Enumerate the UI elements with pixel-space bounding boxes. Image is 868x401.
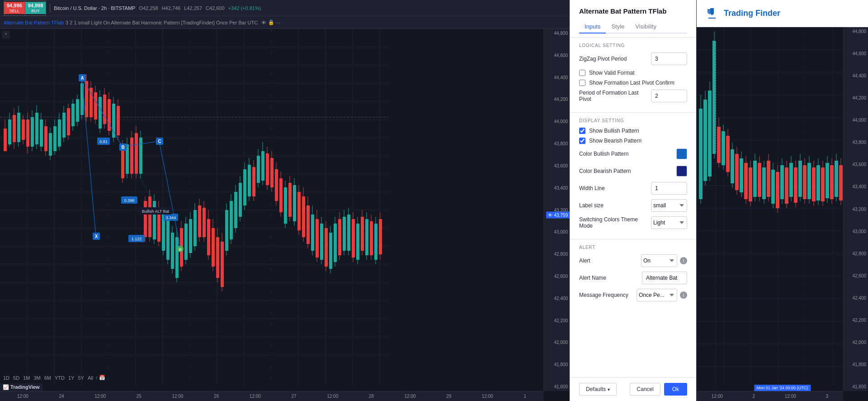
tf-1y[interactable]: 1Y [67,375,75,381]
right-price-tick: 43,600 [844,162,868,167]
tf-1d[interactable]: 1D [2,375,11,381]
price-tick: 43,600 [544,163,570,168]
tf-all[interactable]: All [86,375,94,381]
right-price-tick: 44,800 [844,29,868,34]
logical-section-label: LOGICAL SETTING [579,43,687,48]
show-bearish-label: Show Bearish Pattern [589,138,642,144]
tab-visibility[interactable]: Visibility [630,20,662,33]
period-input[interactable] [651,90,687,102]
tv-logo: 📈 TradingView [3,384,40,390]
show-bullish-checkbox[interactable] [579,128,585,134]
collapse-button[interactable]: ^ [2,31,10,39]
svg-text:Bullish ALT Bat: Bullish ALT Bat [142,209,170,214]
tf-name: Trading Finder [724,9,780,18]
tf-1m[interactable]: 1M [22,375,31,381]
settings-tabs: Inputs Style Visibility [579,20,687,33]
settings-footer: Defaults ▾ Cancel Ok [570,377,696,401]
right-price-axis: 44,800 44,600 44,400 44,200 44,000 43,80… [843,27,868,391]
freq-info-icon[interactable]: i [680,291,687,299]
tab-style[interactable]: Style [606,20,630,33]
main-container: 94,996 SELL 94,998 BUY Bitcoin / U.S. Do… [0,0,868,401]
label-size-row: Label size tiny small normal large huge [579,199,687,212]
period-label: Period of Formation Last Pivot [579,90,651,102]
buy-label: BUY [28,9,43,13]
lock-icon[interactable]: 🔒 [268,19,274,25]
symbol-label: Bitcoin / U.S. Dollar · 2h · BITSTAMP [54,5,135,11]
price-tick: 42,800 [544,252,570,257]
top-bar: 94,996 SELL 94,998 BUY Bitcoin / U.S. Do… [0,0,570,16]
right-price-tick: 44,600 [844,51,868,56]
tf-ytd[interactable]: YTD [53,375,66,381]
show-bearish-row: Show Bearish Pattern [579,138,687,144]
tf-logo: Trading Finder [704,5,780,22]
color-bearish-swatch[interactable] [676,166,687,177]
alert-info-icon[interactable]: i [680,257,687,264]
zigzag-input[interactable] [651,53,687,65]
settings-title: Alternate Bat Pattern TFlab [579,7,687,15]
show-bullish-label: Show Bullish Pattern [589,128,639,134]
alert-name-row: Alert Name [579,272,687,284]
freq-select[interactable]: Once Pe... Every Bar [637,289,677,301]
label-size-select[interactable]: tiny small normal large huge [651,199,687,212]
alert-name-input[interactable] [642,272,687,284]
tf-3m[interactable]: 3M [32,375,42,381]
ok-button[interactable]: Ok [664,383,687,396]
color-bullish-row: Color Bullish Pattern [579,148,687,160]
right-price-tick: 42,400 [844,296,868,301]
alert-name-label: Alert Name [579,275,642,281]
more-icon[interactable]: ··· [276,20,280,25]
r-time-tick: 12:00 [712,394,723,399]
price-sell-box[interactable]: 94,996 SELL [4,2,25,14]
tab-inputs[interactable]: Inputs [579,20,606,33]
color-bullish-swatch[interactable] [676,148,687,159]
tf-5d[interactable]: 5D [12,375,21,381]
show-valid-format-checkbox[interactable] [579,70,585,76]
time-tick: 24 [59,394,64,399]
svg-text:0.398: 0.398 [124,198,135,203]
theme-label: Switching Colors Theme Mode [579,216,651,229]
cancel-button[interactable]: Cancel [630,383,660,396]
show-formation-checkbox[interactable] [579,80,585,86]
calendar-icon[interactable]: 📅 [99,375,105,381]
show-bearish-checkbox[interactable] [579,138,585,144]
right-price-tick: 43,400 [844,184,868,189]
arrow-up-icon[interactable]: ↑ [95,375,98,381]
chevron-down-icon: ▾ [608,387,610,392]
theme-select[interactable]: Light Dark [651,216,687,229]
settings-header: Alternate Bat Pattern TFlab Inputs Style… [570,0,696,38]
right-panel: Trading Finder USD [696,0,868,401]
tf-5y[interactable]: 5Y [76,375,85,381]
sell-price: 94,996 [7,3,22,9]
svg-text:B: B [121,145,124,150]
right-price-tick: 42,200 [844,318,868,323]
svg-text:0.81: 0.81 [99,139,108,144]
width-line-input[interactable] [651,182,687,195]
color-bearish-label: Color Bearish Pattern [579,168,676,174]
buy-price: 94,998 [28,3,43,9]
indicator-name: Alternate Bat Pattern TFlab [4,20,64,25]
defaults-button[interactable]: Defaults ▾ [579,383,617,396]
alert-select[interactable]: On Off [641,254,677,267]
price-tick: 41,600 [544,384,570,389]
current-price-badge: 👁 43,759 [546,212,570,219]
price-buy-box[interactable]: 94,998 BUY [25,2,46,14]
tf-header: Trading Finder [697,0,868,27]
display-section-label: DISPLAY SETTING [579,118,687,123]
show-bullish-row: Show Bullish Pattern [579,128,687,134]
price-tick: 43,800 [544,141,570,146]
time-tick: 26 [214,394,219,399]
price-tick: 44,200 [544,97,570,102]
theme-mode-row: Switching Colors Theme Mode Light Dark [579,216,687,229]
right-price-tick: 44,000 [844,118,868,123]
price-tick: 41,800 [544,362,570,367]
price-tick: 44,400 [544,75,570,80]
eye-icon[interactable]: 👁 [261,20,266,25]
settings-panel: Alternate Bat Pattern TFlab Inputs Style… [570,0,696,401]
chart-svg: X A B C D 0.398 1.122 0.81 [0,29,570,401]
tf-6m[interactable]: 6M [43,375,52,381]
alert-row: Alert On Off i [579,254,687,267]
defaults-label: Defaults [586,386,606,392]
sell-label: SELL [7,9,22,13]
right-price-tick: 43,000 [844,229,868,234]
svg-text:X: X [95,234,98,239]
